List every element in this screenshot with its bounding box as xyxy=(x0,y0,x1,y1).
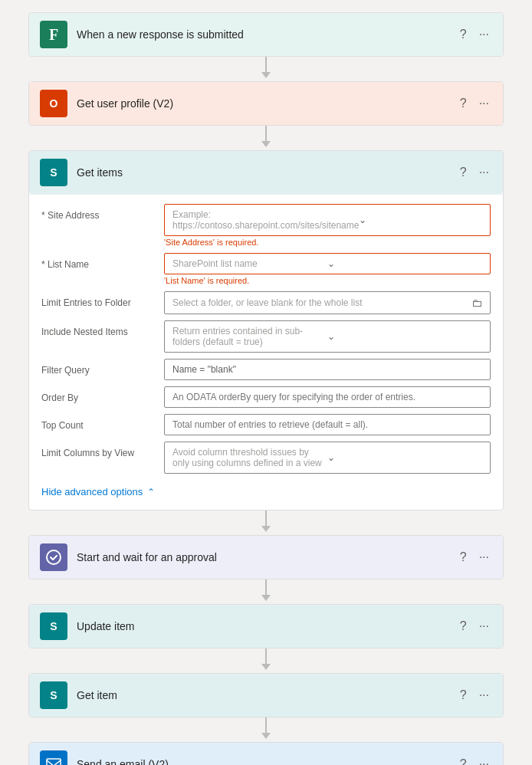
step-title-getitem: Get item xyxy=(77,689,457,701)
step-approval: Start and wait for an approval ? ··· xyxy=(28,535,504,579)
site-address-chevron-icon: ⌄ xyxy=(359,215,482,225)
limit-folder-label: Limit Entries to Folder xyxy=(41,291,164,308)
step-actions-forms: ? ··· xyxy=(457,26,492,43)
filter-query-input[interactable] xyxy=(164,359,491,380)
get-items-body: * Site Address Example: https://contoso.… xyxy=(29,194,503,510)
top-count-input[interactable] xyxy=(164,414,491,435)
step-header-email: Send an email (V2) ? ··· xyxy=(29,743,503,765)
more-button-email[interactable]: ··· xyxy=(476,756,492,765)
limit-columns-dropdown[interactable]: Avoid column threshold issues by only us… xyxy=(164,442,491,474)
step-header-office: O Get user profile (V2) ? ··· xyxy=(29,82,503,125)
more-button-getitems[interactable]: ··· xyxy=(476,164,492,181)
more-button-office[interactable]: ··· xyxy=(476,95,492,112)
top-count-label: Top Count xyxy=(41,414,164,431)
more-button-forms[interactable]: ··· xyxy=(476,26,492,43)
site-address-control: Example: https://contoso.sharepoint.com/… xyxy=(164,204,491,247)
nested-items-row: Include Nested Items Return entries cont… xyxy=(41,320,491,353)
step-get-items: S Get items ? ··· * Site Address Example… xyxy=(28,150,504,511)
step-get-item: S Get item ? ··· xyxy=(28,673,504,717)
list-name-control: SharePoint list name ⌄ 'List Name' is re… xyxy=(164,253,491,285)
limit-columns-row: Limit Columns by View Avoid column thres… xyxy=(41,442,491,474)
step-header-forms: F When a new response is submitted ? ··· xyxy=(29,13,503,56)
step-title-update: Update item xyxy=(77,620,457,632)
list-name-label: * List Name xyxy=(41,253,164,270)
step-update-item: S Update item ? ··· xyxy=(28,604,504,648)
order-by-label: Order By xyxy=(41,386,164,403)
nested-items-dropdown[interactable]: Return entries contained in sub-folders … xyxy=(164,320,491,353)
filter-query-row: Filter Query xyxy=(41,359,491,380)
step-header-approval: Start and wait for an approval ? ··· xyxy=(29,536,503,579)
limit-columns-chevron-icon: ⌄ xyxy=(327,452,482,463)
more-button-approval[interactable]: ··· xyxy=(476,549,492,566)
forms-icon: F xyxy=(40,21,67,48)
step-title-approval: Start and wait for an approval xyxy=(77,551,457,563)
hide-advanced-label: Hide advanced options xyxy=(41,486,143,497)
step-header-update: S Update item ? ··· xyxy=(29,605,503,648)
site-address-dropdown[interactable]: Example: https://contoso.sharepoint.com/… xyxy=(164,204,491,236)
help-button-approval[interactable]: ? xyxy=(457,549,470,566)
site-address-error: 'Site Address' is required. xyxy=(164,238,491,247)
flow-container: F When a new response is submitted ? ···… xyxy=(12,12,520,765)
nested-items-chevron-icon: ⌄ xyxy=(327,331,482,342)
order-by-input[interactable] xyxy=(164,386,491,408)
list-name-dropdown[interactable]: SharePoint list name ⌄ xyxy=(164,253,491,274)
step-title-forms: When a new response is submitted xyxy=(77,28,457,41)
connector-4 xyxy=(261,579,271,604)
nested-items-label: Include Nested Items xyxy=(41,320,164,337)
site-address-label: * Site Address xyxy=(41,204,164,221)
connector-3 xyxy=(261,511,271,535)
approval-icon xyxy=(40,543,67,571)
step-header-getitem: S Get item ? ··· xyxy=(29,674,503,717)
sharepoint-icon-getitems: S xyxy=(40,159,67,186)
email-icon xyxy=(40,750,67,765)
filter-query-label: Filter Query xyxy=(41,359,164,376)
folder-icon: 🗀 xyxy=(471,297,482,309)
more-button-update[interactable]: ··· xyxy=(476,618,492,635)
step-send-email: Send an email (V2) ? ··· xyxy=(28,742,504,765)
order-by-row: Order By xyxy=(41,386,491,408)
step-header-sharepoint: S Get items ? ··· xyxy=(29,151,503,194)
sharepoint-icon-getitem: S xyxy=(40,681,67,709)
step-title-email: Send an email (V2) xyxy=(77,758,457,765)
help-button-email[interactable]: ? xyxy=(457,756,470,765)
limit-columns-label: Limit Columns by View xyxy=(41,442,164,458)
help-button-forms[interactable]: ? xyxy=(457,26,470,43)
step-get-user-profile: O Get user profile (V2) ? ··· xyxy=(28,81,504,126)
help-button-update[interactable]: ? xyxy=(457,618,470,635)
list-name-error: 'List Name' is required. xyxy=(164,276,491,285)
limit-folder-input[interactable]: Select a folder, or leave blank for the … xyxy=(164,291,491,314)
connector-1 xyxy=(261,57,271,81)
top-count-row: Top Count xyxy=(41,414,491,435)
limit-folder-row: Limit Entries to Folder Select a folder,… xyxy=(41,291,491,314)
help-button-getitems[interactable]: ? xyxy=(457,164,470,181)
connector-5 xyxy=(261,648,271,673)
svg-point-0 xyxy=(47,550,61,564)
connector-2 xyxy=(261,126,271,150)
help-button-getitem[interactable]: ? xyxy=(457,687,470,704)
site-address-row: * Site Address Example: https://contoso.… xyxy=(41,204,491,247)
more-button-getitem[interactable]: ··· xyxy=(476,687,492,704)
sharepoint-icon-update: S xyxy=(40,612,67,640)
connector-6 xyxy=(261,717,271,742)
office-icon: O xyxy=(40,90,67,117)
list-name-row: * List Name SharePoint list name ⌄ 'List… xyxy=(41,253,491,285)
step-forms-trigger: F When a new response is submitted ? ··· xyxy=(28,12,504,57)
step-title-getitems: Get items xyxy=(77,166,457,179)
hide-advanced-button[interactable]: Hide advanced options ⌃ xyxy=(41,480,491,501)
step-title-office: Get user profile (V2) xyxy=(77,97,457,110)
chevron-up-icon: ⌃ xyxy=(147,487,155,497)
list-name-chevron-icon: ⌄ xyxy=(327,258,482,269)
help-button-office[interactable]: ? xyxy=(457,95,470,112)
